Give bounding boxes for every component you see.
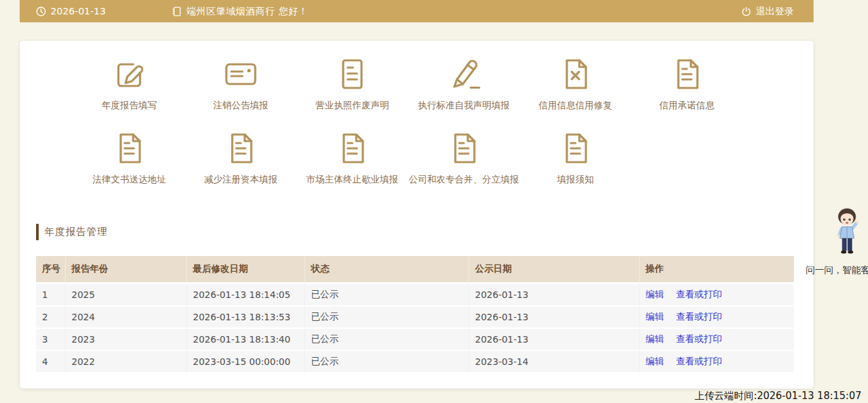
section-title: 年度报告管理 (45, 226, 108, 238)
menu-item-business-closure[interactable]: 市场主体终止歇业填报 (297, 130, 408, 186)
cell-year: 2022 (66, 351, 187, 373)
menu-item-legal-doc-address[interactable]: 法律文书送达地址 (73, 130, 185, 186)
current-date: 2026-01-13 (51, 6, 106, 16)
mascot-figure-icon (828, 206, 866, 264)
col-header-year: 报告年份 (66, 256, 187, 284)
cell-publish-date: 2026-01-13 (469, 284, 640, 307)
view-print-link[interactable]: 查看或打印 (676, 333, 722, 344)
cell-no: 4 (36, 351, 66, 373)
menu-item-label: 信用信息信用修复 (539, 100, 612, 112)
cell-actions: 编辑 查看或打印 (640, 351, 794, 373)
cell-no: 3 (36, 329, 66, 351)
document-x-icon (557, 56, 594, 93)
menu-item-merger-division[interactable]: 公司和农专合并、分立填报 (408, 130, 520, 186)
menu-item-cancellation-notice[interactable]: 注销公告填报 (185, 56, 297, 112)
cell-no: 2 (36, 307, 66, 329)
menu-item-license-void[interactable]: 营业执照作废声明 (297, 56, 408, 112)
menu-item-label: 执行标准自我声明填报 (418, 100, 510, 112)
document-lines-icon (334, 56, 371, 93)
menu-item-credit-commitment[interactable]: 信用承诺信息 (631, 56, 743, 112)
section-accent-bar (36, 224, 39, 240)
clock-icon (35, 6, 47, 17)
menu-item-label: 公司和农专合并、分立填报 (409, 174, 519, 186)
menu-item-label: 营业执照作废声明 (316, 100, 389, 112)
cell-status: 已公示 (305, 329, 469, 351)
view-print-link[interactable]: 查看或打印 (676, 289, 722, 299)
cell-status: 已公示 (305, 284, 469, 307)
menu-item-label: 年度报告填写 (102, 100, 157, 112)
cell-publish-date: 2023-03-14 (469, 351, 640, 373)
function-menu: 年度报告填写 注销公告填报 营业执照作废声明 执行标准自我声明填报 信用信息信用… (20, 41, 814, 186)
upload-time-text: 上传云端时间:2026-01-13 18:15:07 (695, 390, 861, 402)
col-header-publish-date: 公示日期 (469, 256, 640, 284)
edit-link[interactable]: 编辑 (646, 356, 664, 366)
table-row: 4 2022 2023-03-15 00:00:00 已公示 2023-03-1… (36, 351, 794, 373)
report-section-header: 年度报告管理 (36, 224, 108, 240)
logout-label: 退出登录 (756, 5, 794, 18)
cell-actions: 编辑 查看或打印 (640, 329, 794, 351)
cell-publish-date: 2026-01-13 (469, 329, 640, 351)
table-header-row: 序号 报告年份 最后修改日期 状态 公示日期 操作 (36, 256, 794, 284)
menu-item-standard-declaration[interactable]: 执行标准自我声明填报 (408, 56, 520, 112)
cell-year: 2025 (66, 284, 187, 307)
edit-square-icon (111, 56, 148, 93)
cell-actions: 编辑 查看或打印 (640, 307, 794, 329)
menu-item-capital-reduction[interactable]: 减少注册资本填报 (185, 130, 297, 186)
col-header-status: 状态 (305, 256, 469, 284)
edit-link[interactable]: 编辑 (646, 311, 664, 322)
edit-link[interactable]: 编辑 (646, 333, 664, 344)
document-fold-icon (557, 130, 594, 167)
view-print-link[interactable]: 查看或打印 (676, 311, 722, 322)
view-print-link[interactable]: 查看或打印 (676, 356, 722, 366)
menu-item-label: 减少注册资本填报 (204, 174, 278, 186)
menu-item-label: 法律文书送达地址 (93, 174, 166, 186)
menu-item-label: 市场主体终止歇业填报 (306, 174, 398, 186)
menu-item-annual-report[interactable]: 年度报告填写 (73, 56, 185, 112)
col-header-no: 序号 (36, 256, 66, 284)
menu-item-label: 信用承诺信息 (659, 100, 714, 112)
cell-actions: 编辑 查看或打印 (640, 284, 794, 307)
top-bar: 2026-01-13 端州区肇域烟酒商行 您好！ 退出登录 (20, 0, 814, 22)
cell-modified: 2023-03-15 00:00:00 (187, 351, 305, 373)
document-fold-icon (669, 56, 705, 93)
menu-item-filing-notes[interactable]: 填报须知 (520, 130, 631, 186)
cell-year: 2024 (66, 307, 187, 329)
user-greeting: 端州区肇域烟酒商行 您好！ (171, 5, 308, 18)
col-header-actions: 操作 (640, 256, 794, 284)
menu-item-label: 注销公告填报 (213, 100, 268, 112)
cell-status: 已公示 (305, 351, 469, 373)
cell-publish-date: 2026-01-13 (469, 307, 640, 329)
menu-item-label: 填报须知 (557, 174, 594, 186)
document-fold-icon (334, 130, 371, 167)
greeting-text: 端州区肇域烟酒商行 您好！ (186, 5, 308, 18)
cell-modified: 2026-01-13 18:14:05 (187, 284, 305, 307)
document-fold-icon (111, 130, 148, 167)
col-header-modified: 最后修改日期 (187, 256, 305, 284)
assistant-mascot[interactable] (828, 206, 866, 266)
power-icon (741, 6, 752, 17)
menu-item-credit-repair[interactable]: 信用信息信用修复 (520, 56, 631, 112)
cell-modified: 2026-01-13 18:13:53 (187, 307, 305, 329)
table-row: 1 2025 2026-01-13 18:14:05 已公示 2026-01-1… (36, 284, 794, 307)
cell-year: 2023 (66, 329, 187, 351)
announcement-card-icon (222, 56, 259, 93)
main-panel: 年度报告填写 注销公告填报 营业执照作废声明 执行标准自我声明填报 信用信息信用… (20, 41, 814, 389)
edit-link[interactable]: 编辑 (646, 289, 664, 299)
date-display: 2026-01-13 (35, 6, 106, 17)
cell-status: 已公示 (305, 307, 469, 329)
table-row: 3 2023 2026-01-13 18:13:40 已公示 2026-01-1… (36, 329, 794, 351)
assistant-ask-label[interactable]: 问一问，智能客服 (806, 265, 868, 276)
cell-no: 1 (36, 284, 66, 307)
table-row: 2 2024 2026-01-13 18:13:53 已公示 2026-01-1… (36, 307, 794, 329)
document-fold-icon (445, 130, 482, 167)
logout-button[interactable]: 退出登录 (741, 5, 794, 18)
notebook-icon (171, 6, 182, 17)
document-fold-icon (222, 130, 259, 167)
pencil-underline-icon (445, 56, 482, 93)
cell-modified: 2026-01-13 18:13:40 (187, 329, 305, 351)
annual-report-table: 序号 报告年份 最后修改日期 状态 公示日期 操作 1 2025 2026-01… (36, 256, 794, 373)
